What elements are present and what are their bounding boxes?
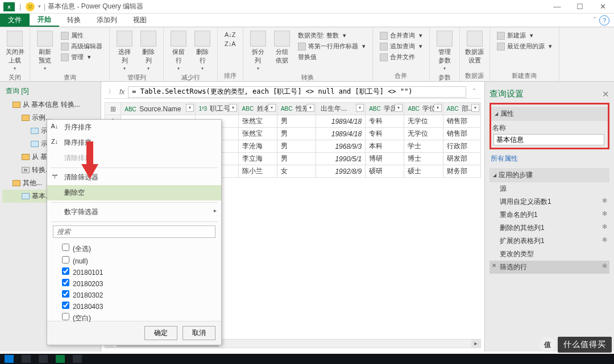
merge-queries-button[interactable]: 合并查询 ▾ xyxy=(379,31,424,40)
keep-rows-button[interactable]: 保留 行▾ xyxy=(167,30,190,72)
applied-step[interactable]: 源 xyxy=(489,182,609,195)
gear-icon[interactable]: ✻ xyxy=(602,223,607,231)
scroll-right-icon[interactable]: ► xyxy=(471,340,480,348)
applied-step[interactable]: 扩展的表格列1✻ xyxy=(489,235,609,248)
column-header[interactable]: 1²3 职工号▾ xyxy=(195,103,238,115)
datasource-settings-button[interactable]: 数据源 设置 xyxy=(463,30,486,66)
data-type-button[interactable]: 数据类型: 整数 ▾ xyxy=(297,31,367,40)
remove-empty-item[interactable]: 删除空 xyxy=(47,185,221,200)
query-tree-item[interactable]: 从 基本信息 转换... xyxy=(2,98,98,111)
filter-dropdown-icon[interactable]: ▾ xyxy=(186,104,194,112)
taskbar-app-icon[interactable] xyxy=(56,355,65,363)
column-header[interactable]: ABC Source.Name▾ xyxy=(121,103,195,115)
filter-dropdown-icon[interactable]: ▾ xyxy=(434,104,442,112)
filter-option[interactable]: 20180302 xyxy=(62,289,215,300)
filter-dropdown-icon[interactable]: ▾ xyxy=(268,104,276,112)
filter-option[interactable]: (null) xyxy=(62,255,215,266)
filter-dropdown-icon[interactable]: ▾ xyxy=(306,104,314,112)
column-header[interactable]: 出生年...▾ xyxy=(316,103,366,115)
applied-step[interactable]: 筛选的行✻ xyxy=(489,261,609,274)
applied-step[interactable]: 重命名的列1✻ xyxy=(489,208,609,221)
first-row-header-button[interactable]: 将第一行用作标题 ▾ xyxy=(297,41,367,51)
filter-dropdown-icon[interactable]: ▾ xyxy=(229,104,237,112)
filter-checkbox[interactable] xyxy=(62,244,69,251)
applied-step[interactable]: 更改的类型 xyxy=(489,248,609,261)
filter-option[interactable]: 20180403 xyxy=(62,300,215,312)
advanced-editor-button[interactable]: 高级编辑器 xyxy=(60,41,103,51)
recent-sources-button[interactable]: 最近使用的源 ▾ xyxy=(496,41,553,51)
clear-filter-item[interactable]: 🝖清除筛选器 xyxy=(47,170,221,185)
formula-dropdown-icon[interactable]: ˇ xyxy=(470,88,479,96)
close-button[interactable]: ✕ xyxy=(591,0,614,14)
group-by-button[interactable]: 分组 依据 xyxy=(271,30,293,66)
tab-transform[interactable]: 转换 xyxy=(59,14,89,27)
remove-columns-button[interactable]: 删除 列▾ xyxy=(137,30,160,72)
settings-close-icon[interactable]: ✕ xyxy=(602,89,609,99)
column-header[interactable]: ABC 部...▾ xyxy=(443,103,480,115)
file-tab[interactable]: 文件 xyxy=(0,14,30,27)
ribbon-collapse-icon[interactable]: ˇ xyxy=(594,16,596,24)
column-header[interactable]: ABC 姓名▾ xyxy=(238,103,277,115)
ok-button[interactable]: 确定 xyxy=(144,326,177,340)
sort-asc-button[interactable]: A↓Z xyxy=(223,31,237,39)
sort-desc-item[interactable]: Z↓降序排序 xyxy=(47,135,221,150)
all-properties-link[interactable]: 所有属性 xyxy=(489,152,609,166)
minimize-button[interactable]: — xyxy=(546,0,569,14)
smiley-icon[interactable]: 🙂 xyxy=(26,2,35,11)
taskbar-app-icon[interactable] xyxy=(39,355,48,363)
sort-asc-item[interactable]: A↓升序排序 xyxy=(47,120,221,135)
step-back-icon[interactable]: 〉 xyxy=(107,87,116,97)
refresh-preview-button[interactable]: 刷新 预览▾ xyxy=(34,30,56,72)
filter-checkbox[interactable] xyxy=(62,290,69,298)
maximize-button[interactable]: ☐ xyxy=(569,0,591,14)
cancel-button[interactable]: 取消 xyxy=(182,326,215,340)
filter-checkbox[interactable] xyxy=(62,302,69,309)
tab-home[interactable]: 开始 xyxy=(30,14,59,27)
append-queries-button[interactable]: 追加查询 ▾ xyxy=(379,41,424,51)
split-column-button[interactable]: 拆分 列▾ xyxy=(247,30,269,72)
column-header[interactable]: ABC 学位▾ xyxy=(404,103,443,115)
applied-step[interactable]: 删除的其他列1✻ xyxy=(489,221,609,235)
gear-icon[interactable]: ✻ xyxy=(602,197,607,204)
sort-desc-button[interactable]: Z↓A xyxy=(223,40,237,48)
filter-checkbox[interactable] xyxy=(62,313,69,320)
fx-icon[interactable]: fx xyxy=(119,88,125,96)
filter-checkbox[interactable] xyxy=(62,267,69,275)
tab-view[interactable]: 视图 xyxy=(125,14,155,27)
filter-search-input[interactable] xyxy=(53,225,215,238)
applied-steps-section[interactable]: 应用的步骤 xyxy=(489,168,609,182)
filter-dropdown-icon[interactable]: ▾ xyxy=(471,104,479,112)
choose-columns-button[interactable]: 选择 列▾ xyxy=(113,30,136,72)
applied-step[interactable]: 调用自定义函数1✻ xyxy=(489,195,609,208)
gear-icon[interactable]: ✻ xyxy=(602,210,607,217)
filter-option[interactable]: (全选) xyxy=(62,242,215,255)
close-load-button[interactable]: 关闭并 上载▾ xyxy=(3,30,26,72)
replace-values-button[interactable]: 替换值 xyxy=(297,52,367,62)
taskbar-app-icon[interactable] xyxy=(22,355,31,363)
taskbar-app-icon[interactable] xyxy=(73,355,82,363)
manage-params-button[interactable]: 管理 参数▾ xyxy=(433,30,456,72)
gear-icon[interactable]: ✻ xyxy=(602,262,607,270)
formula-input[interactable] xyxy=(128,86,466,98)
filter-dropdown-icon[interactable]: ▾ xyxy=(395,104,403,112)
properties-button[interactable]: 属性 xyxy=(60,31,103,40)
new-source-button[interactable]: 新建源 ▾ xyxy=(496,31,553,40)
gear-icon[interactable]: ✻ xyxy=(602,236,607,244)
manage-button[interactable]: 管理 ▾ xyxy=(60,52,103,62)
query-name-input[interactable] xyxy=(493,134,604,145)
combine-files-button[interactable]: 合并文件 xyxy=(379,52,424,62)
tab-addcolumn[interactable]: 添加列 xyxy=(89,14,125,27)
number-filter-item[interactable]: 数字筛选器▸ xyxy=(47,204,221,220)
row-corner[interactable]: ⊞ xyxy=(105,103,121,115)
column-header[interactable]: ABC 性别▾ xyxy=(277,103,316,115)
remove-rows-button[interactable]: 删除 行▾ xyxy=(191,30,214,72)
properties-section[interactable]: 属性 xyxy=(491,107,608,121)
column-header[interactable]: ABC 学历▾ xyxy=(366,103,404,115)
help-icon[interactable]: ? xyxy=(599,15,609,26)
filter-option[interactable]: 20180101 xyxy=(62,266,215,278)
start-icon[interactable] xyxy=(5,355,14,363)
filter-option[interactable]: 20180203 xyxy=(62,278,215,289)
filter-checkbox[interactable] xyxy=(62,279,69,286)
filter-dropdown-icon[interactable]: ▾ xyxy=(356,104,364,112)
filter-checkbox[interactable] xyxy=(62,256,69,263)
